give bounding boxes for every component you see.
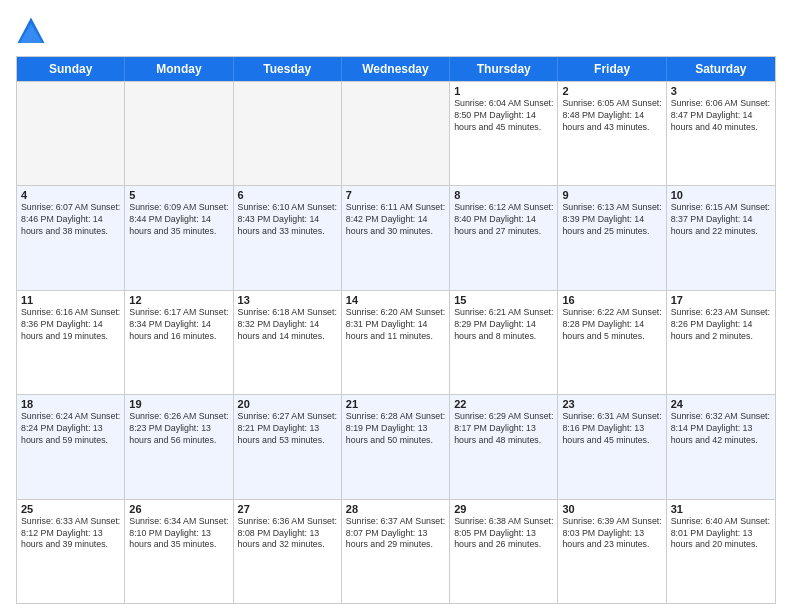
day-info: Sunrise: 6:04 AM Sunset: 8:50 PM Dayligh…: [454, 98, 553, 134]
day-number: 17: [671, 294, 771, 306]
day-info: Sunrise: 6:33 AM Sunset: 8:12 PM Dayligh…: [21, 516, 120, 552]
day-info: Sunrise: 6:22 AM Sunset: 8:28 PM Dayligh…: [562, 307, 661, 343]
calendar-row-4: 18Sunrise: 6:24 AM Sunset: 8:24 PM Dayli…: [17, 394, 775, 498]
day-info: Sunrise: 6:09 AM Sunset: 8:44 PM Dayligh…: [129, 202, 228, 238]
day-cell-22: 22Sunrise: 6:29 AM Sunset: 8:17 PM Dayli…: [450, 395, 558, 498]
day-cell-16: 16Sunrise: 6:22 AM Sunset: 8:28 PM Dayli…: [558, 291, 666, 394]
day-number: 16: [562, 294, 661, 306]
day-info: Sunrise: 6:17 AM Sunset: 8:34 PM Dayligh…: [129, 307, 228, 343]
day-info: Sunrise: 6:21 AM Sunset: 8:29 PM Dayligh…: [454, 307, 553, 343]
day-cell-9: 9Sunrise: 6:13 AM Sunset: 8:39 PM Daylig…: [558, 186, 666, 289]
day-info: Sunrise: 6:37 AM Sunset: 8:07 PM Dayligh…: [346, 516, 445, 552]
day-cell-19: 19Sunrise: 6:26 AM Sunset: 8:23 PM Dayli…: [125, 395, 233, 498]
empty-cell: [342, 82, 450, 185]
day-cell-30: 30Sunrise: 6:39 AM Sunset: 8:03 PM Dayli…: [558, 500, 666, 603]
day-info: Sunrise: 6:13 AM Sunset: 8:39 PM Dayligh…: [562, 202, 661, 238]
logo-icon: [16, 16, 46, 46]
day-cell-1: 1Sunrise: 6:04 AM Sunset: 8:50 PM Daylig…: [450, 82, 558, 185]
day-info: Sunrise: 6:10 AM Sunset: 8:43 PM Dayligh…: [238, 202, 337, 238]
day-number: 8: [454, 189, 553, 201]
day-number: 11: [21, 294, 120, 306]
day-number: 13: [238, 294, 337, 306]
day-cell-18: 18Sunrise: 6:24 AM Sunset: 8:24 PM Dayli…: [17, 395, 125, 498]
day-cell-24: 24Sunrise: 6:32 AM Sunset: 8:14 PM Dayli…: [667, 395, 775, 498]
day-header-thursday: Thursday: [450, 57, 558, 81]
empty-cell: [17, 82, 125, 185]
day-number: 31: [671, 503, 771, 515]
day-info: Sunrise: 6:15 AM Sunset: 8:37 PM Dayligh…: [671, 202, 771, 238]
day-cell-7: 7Sunrise: 6:11 AM Sunset: 8:42 PM Daylig…: [342, 186, 450, 289]
calendar-row-5: 25Sunrise: 6:33 AM Sunset: 8:12 PM Dayli…: [17, 499, 775, 603]
day-header-friday: Friday: [558, 57, 666, 81]
day-info: Sunrise: 6:26 AM Sunset: 8:23 PM Dayligh…: [129, 411, 228, 447]
calendar-row-3: 11Sunrise: 6:16 AM Sunset: 8:36 PM Dayli…: [17, 290, 775, 394]
day-number: 12: [129, 294, 228, 306]
day-cell-12: 12Sunrise: 6:17 AM Sunset: 8:34 PM Dayli…: [125, 291, 233, 394]
day-number: 22: [454, 398, 553, 410]
day-info: Sunrise: 6:28 AM Sunset: 8:19 PM Dayligh…: [346, 411, 445, 447]
empty-cell: [234, 82, 342, 185]
day-number: 19: [129, 398, 228, 410]
day-cell-29: 29Sunrise: 6:38 AM Sunset: 8:05 PM Dayli…: [450, 500, 558, 603]
day-number: 14: [346, 294, 445, 306]
day-info: Sunrise: 6:39 AM Sunset: 8:03 PM Dayligh…: [562, 516, 661, 552]
day-cell-23: 23Sunrise: 6:31 AM Sunset: 8:16 PM Dayli…: [558, 395, 666, 498]
day-info: Sunrise: 6:06 AM Sunset: 8:47 PM Dayligh…: [671, 98, 771, 134]
empty-cell: [125, 82, 233, 185]
day-number: 6: [238, 189, 337, 201]
day-cell-21: 21Sunrise: 6:28 AM Sunset: 8:19 PM Dayli…: [342, 395, 450, 498]
day-number: 27: [238, 503, 337, 515]
day-cell-2: 2Sunrise: 6:05 AM Sunset: 8:48 PM Daylig…: [558, 82, 666, 185]
day-info: Sunrise: 6:18 AM Sunset: 8:32 PM Dayligh…: [238, 307, 337, 343]
day-number: 10: [671, 189, 771, 201]
day-cell-6: 6Sunrise: 6:10 AM Sunset: 8:43 PM Daylig…: [234, 186, 342, 289]
day-cell-14: 14Sunrise: 6:20 AM Sunset: 8:31 PM Dayli…: [342, 291, 450, 394]
day-cell-8: 8Sunrise: 6:12 AM Sunset: 8:40 PM Daylig…: [450, 186, 558, 289]
day-cell-20: 20Sunrise: 6:27 AM Sunset: 8:21 PM Dayli…: [234, 395, 342, 498]
calendar-row-1: 1Sunrise: 6:04 AM Sunset: 8:50 PM Daylig…: [17, 81, 775, 185]
calendar-header: SundayMondayTuesdayWednesdayThursdayFrid…: [17, 57, 775, 81]
calendar-row-2: 4Sunrise: 6:07 AM Sunset: 8:46 PM Daylig…: [17, 185, 775, 289]
logo: [16, 16, 48, 46]
day-info: Sunrise: 6:05 AM Sunset: 8:48 PM Dayligh…: [562, 98, 661, 134]
day-number: 20: [238, 398, 337, 410]
calendar: SundayMondayTuesdayWednesdayThursdayFrid…: [16, 56, 776, 604]
day-info: Sunrise: 6:16 AM Sunset: 8:36 PM Dayligh…: [21, 307, 120, 343]
day-cell-10: 10Sunrise: 6:15 AM Sunset: 8:37 PM Dayli…: [667, 186, 775, 289]
day-number: 18: [21, 398, 120, 410]
day-info: Sunrise: 6:32 AM Sunset: 8:14 PM Dayligh…: [671, 411, 771, 447]
day-info: Sunrise: 6:40 AM Sunset: 8:01 PM Dayligh…: [671, 516, 771, 552]
day-cell-15: 15Sunrise: 6:21 AM Sunset: 8:29 PM Dayli…: [450, 291, 558, 394]
day-number: 1: [454, 85, 553, 97]
day-number: 21: [346, 398, 445, 410]
day-number: 23: [562, 398, 661, 410]
day-info: Sunrise: 6:34 AM Sunset: 8:10 PM Dayligh…: [129, 516, 228, 552]
day-number: 7: [346, 189, 445, 201]
day-number: 3: [671, 85, 771, 97]
day-info: Sunrise: 6:27 AM Sunset: 8:21 PM Dayligh…: [238, 411, 337, 447]
day-info: Sunrise: 6:12 AM Sunset: 8:40 PM Dayligh…: [454, 202, 553, 238]
page: SundayMondayTuesdayWednesdayThursdayFrid…: [0, 0, 792, 612]
day-info: Sunrise: 6:36 AM Sunset: 8:08 PM Dayligh…: [238, 516, 337, 552]
day-cell-4: 4Sunrise: 6:07 AM Sunset: 8:46 PM Daylig…: [17, 186, 125, 289]
day-cell-17: 17Sunrise: 6:23 AM Sunset: 8:26 PM Dayli…: [667, 291, 775, 394]
day-header-tuesday: Tuesday: [234, 57, 342, 81]
day-cell-28: 28Sunrise: 6:37 AM Sunset: 8:07 PM Dayli…: [342, 500, 450, 603]
day-number: 15: [454, 294, 553, 306]
day-cell-5: 5Sunrise: 6:09 AM Sunset: 8:44 PM Daylig…: [125, 186, 233, 289]
day-info: Sunrise: 6:31 AM Sunset: 8:16 PM Dayligh…: [562, 411, 661, 447]
day-number: 4: [21, 189, 120, 201]
day-info: Sunrise: 6:20 AM Sunset: 8:31 PM Dayligh…: [346, 307, 445, 343]
day-header-saturday: Saturday: [667, 57, 775, 81]
day-cell-25: 25Sunrise: 6:33 AM Sunset: 8:12 PM Dayli…: [17, 500, 125, 603]
day-header-monday: Monday: [125, 57, 233, 81]
day-info: Sunrise: 6:07 AM Sunset: 8:46 PM Dayligh…: [21, 202, 120, 238]
day-header-wednesday: Wednesday: [342, 57, 450, 81]
header: [16, 16, 776, 46]
day-info: Sunrise: 6:29 AM Sunset: 8:17 PM Dayligh…: [454, 411, 553, 447]
day-info: Sunrise: 6:23 AM Sunset: 8:26 PM Dayligh…: [671, 307, 771, 343]
day-info: Sunrise: 6:11 AM Sunset: 8:42 PM Dayligh…: [346, 202, 445, 238]
day-number: 29: [454, 503, 553, 515]
day-number: 9: [562, 189, 661, 201]
day-number: 5: [129, 189, 228, 201]
